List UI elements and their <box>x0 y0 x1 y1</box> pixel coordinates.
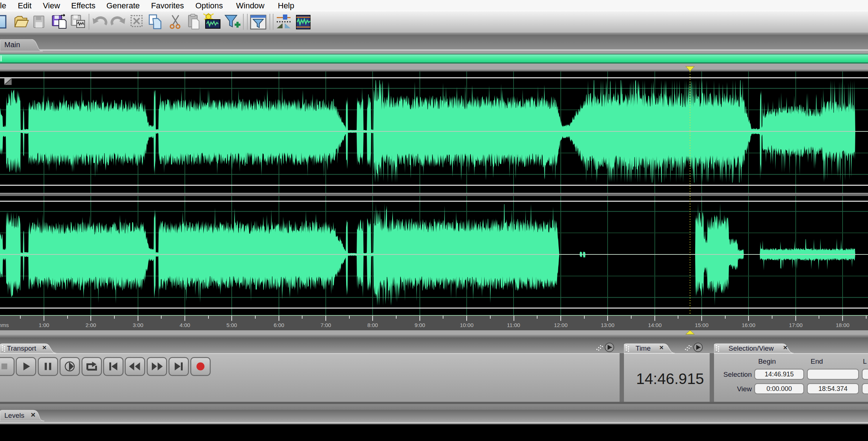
svg-text:Time: Time <box>636 344 651 352</box>
svg-text:16:00: 16:00 <box>742 322 755 328</box>
svg-text:3:00: 3:00 <box>133 322 143 328</box>
svg-text:18:00: 18:00 <box>836 322 849 328</box>
svg-text:Transport: Transport <box>7 344 36 352</box>
svg-text:9:00: 9:00 <box>414 322 425 328</box>
svg-text:2:00: 2:00 <box>85 322 96 328</box>
svg-text:nms: nms <box>0 322 9 328</box>
svg-text:13:00: 13:00 <box>601 322 615 328</box>
svg-text:4:00: 4:00 <box>179 322 190 328</box>
svg-text:Selection/View: Selection/View <box>729 344 774 352</box>
svg-text:8:00: 8:00 <box>367 322 378 328</box>
svg-text:10:00: 10:00 <box>460 322 474 328</box>
svg-text:12:00: 12:00 <box>554 322 568 328</box>
svg-text:14:00: 14:00 <box>648 322 662 328</box>
svg-text:6:00: 6:00 <box>273 322 284 328</box>
svg-text:5:00: 5:00 <box>226 322 237 328</box>
svg-text:17:00: 17:00 <box>789 322 803 328</box>
svg-text:11:00: 11:00 <box>507 322 520 328</box>
svg-text:7:00: 7:00 <box>320 322 331 328</box>
svg-text:1:00: 1:00 <box>38 322 49 328</box>
svg-text:15:00: 15:00 <box>695 322 709 328</box>
